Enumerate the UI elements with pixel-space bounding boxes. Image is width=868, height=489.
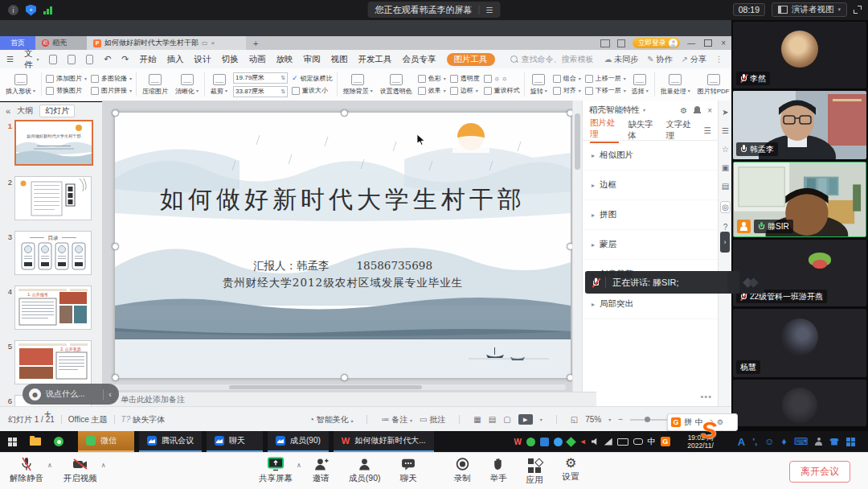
file-menu[interactable]: 文件▾ [24,48,39,71]
missing-font-label[interactable]: 缺失字体 [133,414,165,425]
view-mode-selector[interactable]: 演讲者视图 ▾ [772,2,847,17]
note-button[interactable]: ≔ 备注 ▾ [381,414,412,425]
wps-tray-icon[interactable]: W [514,438,521,446]
assistant-icon[interactable]: ➤ [722,109,728,117]
close-tab-icon[interactable]: × [211,39,215,47]
link-tray-icon[interactable] [633,438,643,445]
selection-handle[interactable] [567,109,572,117]
window-split-icon[interactable] [617,39,625,47]
more-dots-icon[interactable]: ••• [700,392,712,401]
participant-tile[interactable] [733,380,866,426]
slide-thumbnail-3[interactable]: 3 目录 [2,231,102,275]
zoom-options-icon[interactable]: ▾ [608,417,611,422]
hamburger-icon[interactable]: ☰ [6,55,14,64]
command-search[interactable]: 查找命令、搜索模板 [510,54,594,65]
ribbon-button[interactable]: 插入形状▾ [4,74,37,96]
start-button-icon[interactable] [8,438,17,446]
ribbon-button[interactable]: 边框▾ [450,86,480,96]
menu-item[interactable]: 插入 [167,54,184,65]
play-options-icon[interactable]: ▾ [540,417,542,422]
more-icon[interactable]: ⋮ [715,55,723,64]
ribbon-button[interactable]: 抠除背景▾ [342,74,375,96]
tab-slides[interactable]: 幻灯片 [39,105,75,117]
keyboard-icon[interactable]: ⌨ [794,436,808,447]
ribbon-button[interactable]: 图片转PDF [696,74,731,96]
ribbon-button[interactable]: 对齐▾ [553,86,581,96]
invite-button[interactable]: 邀请 [313,457,330,484]
start-video-button[interactable]: 开启视频 [63,457,97,484]
zoom-slider[interactable] [630,419,669,421]
taskbar-button[interactable]: 腾讯会议 [139,431,202,452]
sync-status[interactable]: ☁ 未同步 [604,54,639,65]
ribbon-button[interactable]: 透明度 [450,74,480,84]
leave-meeting-button[interactable]: 离开会议 [789,461,850,483]
ribbon-button[interactable]: ☼ ☼ [484,74,520,84]
slide-thumbnail-1[interactable]: 1 如何做好新时代大学生村干部 [2,120,102,166]
add-slide-button[interactable]: ＋ [42,407,53,421]
g-translate-icon[interactable]: G [671,417,681,427]
watching-banner[interactable]: 您正在观看韩孟李的屏幕 ☰ [368,2,501,18]
info-icon[interactable]: i [8,5,18,15]
battery-tray-icon[interactable] [617,438,628,446]
selection-handle[interactable] [567,243,572,250]
reading-view-icon[interactable]: ▢ [503,415,510,424]
menu-item[interactable]: 视图 [331,54,348,65]
ribbon-button[interactable]: 效果▾ [418,86,446,96]
ribbon-button[interactable]: 清晰化▾ [174,74,200,96]
menu-item[interactable]: 设计 [194,54,211,65]
notes-bar[interactable]: ☰ 单击此处添加备注 [102,392,596,407]
collaborate-button[interactable]: ✎ 协作 [647,54,672,65]
members-button[interactable]: 成员(90) [349,457,381,484]
slide-canvas[interactable]: 如何做好新时代大学生村干部 汇报人：韩孟李 18586735698 贵州财经大学… [102,101,572,392]
panel-tab-menu-icon[interactable]: ☰ [704,125,711,135]
tab-docer[interactable]: 稻 稻壳 [35,36,87,50]
menu-item[interactable]: 开发工具 [358,54,392,65]
participant-tile[interactable]: 李然 [733,22,866,88]
slide-thumbnail-5[interactable]: 5 2. 公开竞选 [2,340,102,384]
skin-icon[interactable] [829,438,839,446]
ribbon-button[interactable]: 设置透明色 [379,74,414,96]
ribbon-button[interactable]: 裁剪▾ [209,74,229,96]
ribbon-button[interactable]: 多图轮播▾ [91,74,132,84]
window-layout-icon[interactable] [600,39,610,47]
punctuation-icon[interactable]: ’, [752,437,757,446]
ribbon-button[interactable]: 下移一层▾ [585,86,626,96]
ribbon-button[interactable]: 色彩▾ [418,74,446,84]
selection-handle[interactable] [341,109,348,117]
panel-section[interactable]: ▸局部突出 [583,290,719,319]
help-icon[interactable]: ? [723,224,728,232]
meeting-tray-icon[interactable] [540,438,549,446]
size-input[interactable]: 33.87厘米⇅ [233,86,288,97]
redo-icon[interactable]: ↷ [121,54,129,64]
selection-handle[interactable] [112,109,119,117]
beautify-button[interactable]: ◔ 智能美化 ▴ [309,414,354,425]
selection-handle[interactable] [567,374,572,381]
ribbon-button[interactable]: 选择▾ [630,74,650,96]
selection-handle[interactable] [341,374,348,381]
participant-tile[interactable]: 杨慧 [733,309,866,377]
star-icon[interactable]: ☆ [722,146,729,154]
ribbon-button[interactable]: 重设大小 [292,86,333,96]
maximize-button[interactable] [704,39,712,47]
menu-item[interactable]: 会员专享 [403,54,436,65]
toolbox-grid-icon[interactable] [846,438,855,446]
print-icon[interactable] [68,55,76,64]
font-style-icon[interactable]: A [738,436,745,448]
taskbar-button[interactable]: 聊天 [207,431,263,452]
g-tray-icon[interactable]: G [661,437,670,446]
banner-menu-icon[interactable]: ☰ [479,6,493,14]
preview-icon[interactable] [86,55,94,64]
menu-item[interactable]: 放映 [276,54,293,65]
network-tray-icon[interactable] [604,438,612,446]
zoom-level[interactable]: 75% [585,415,601,424]
panel-tab[interactable]: 文字处理 [665,119,694,142]
location-icon[interactable]: ◎ [720,201,731,213]
tab-document[interactable]: P 如何做好新时代大学生村干部 ▭ × [87,36,246,50]
browser-icon[interactable] [54,437,63,446]
share-button[interactable]: ↗ 分享 [682,54,706,65]
danmaku-chat-bubble[interactable]: ☻ 说点什么... ‹ [23,384,119,405]
ribbon-button[interactable]: 压缩图片 [141,74,170,96]
chart-icon[interactable]: ▤ [722,183,729,191]
menu-item[interactable]: 审阅 [304,54,321,65]
participant-tile-active-speaker[interactable]: 滕SIR [733,162,866,237]
